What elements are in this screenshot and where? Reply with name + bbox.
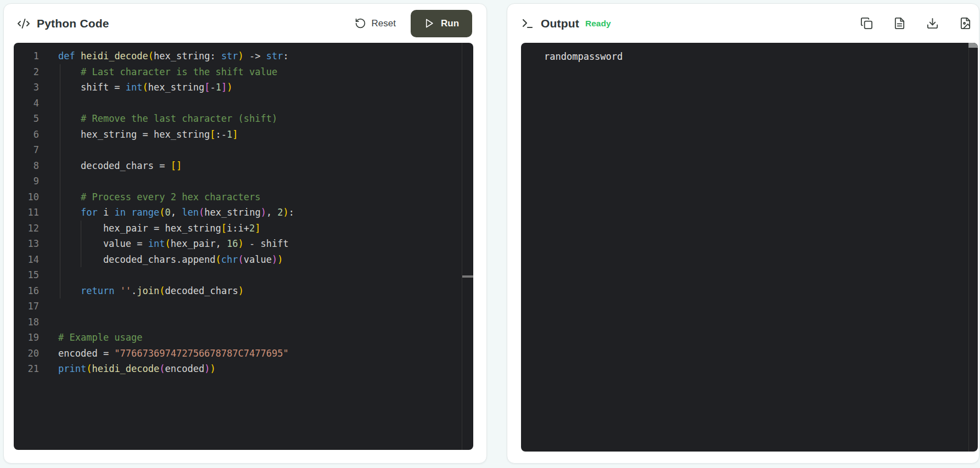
code-line[interactable]: 19# Example usage [14,330,473,346]
code-line[interactable]: 1def heidi_decode(hex_string: str) -> st… [14,48,473,64]
output-header: Output Ready [507,4,979,43]
code-editor[interactable]: 1def heidi_decode(hex_string: str) -> st… [14,43,473,450]
code-line[interactable]: 18 [14,314,473,330]
download-icon [926,17,939,30]
line-number: 15 [14,267,39,283]
save-image-button[interactable] [956,14,975,33]
download-button[interactable] [923,14,942,33]
run-button[interactable]: Run [411,10,472,37]
code-line[interactable]: 21print(heidi_decode(encoded)) [14,361,473,377]
line-number: 17 [14,298,39,314]
reset-label: Reset [372,18,396,29]
code-line[interactable]: 7 [14,142,473,158]
reset-button[interactable]: Reset [355,18,396,29]
file-image-icon [959,17,972,30]
copy-output-button[interactable] [857,14,876,33]
panel-title-output: Output [541,17,579,30]
copy-icon [860,17,873,30]
line-number: 10 [14,189,39,205]
python-code-panel: Python Code Reset Run 1def heidi_decode(… [3,3,487,464]
terminal-icon [521,17,534,30]
code-line[interactable]: 11 for i in range(0, len(hex_string), 2)… [14,205,473,221]
output-terminal[interactable]: randompassword [521,43,978,452]
code-line[interactable]: 3 shift = int(hex_string[-1]) [14,80,473,95]
file-text-icon [893,17,906,30]
line-number: 11 [14,205,39,221]
code-lines: 1def heidi_decode(hex_string: str) -> st… [14,43,473,377]
line-number: 7 [14,142,39,158]
status-badge: Ready [585,19,611,29]
line-number: 6 [14,127,39,143]
play-icon [424,18,434,29]
save-text-button[interactable] [890,14,909,33]
code-line[interactable]: 13 value = int(hex_pair, 16) - shift [14,236,473,252]
code-line[interactable]: 17 [14,298,473,314]
code-line[interactable]: 20encoded = "776673697472756678787C74776… [14,346,473,362]
line-number: 12 [14,221,39,236]
line-number: 16 [14,283,39,299]
code-line[interactable]: 14 decoded_chars.append(chr(value)) [14,252,473,268]
line-number: 8 [14,158,39,174]
code-line[interactable]: 12 hex_pair = hex_string[i:i+2] [14,221,473,236]
line-number: 5 [14,111,39,127]
code-line[interactable]: 6 hex_string = hex_string[:-1] [14,127,473,143]
code-line[interactable]: 16 return ''.join(decoded_chars) [14,283,473,299]
output-text: randompassword [544,51,623,62]
code-line[interactable]: 15 [14,267,473,283]
code-icon [17,17,30,30]
code-line[interactable]: 8 decoded_chars = [] [14,158,473,174]
reset-icon [355,18,366,29]
line-number: 21 [14,361,39,377]
code-line[interactable]: 4 [14,95,473,111]
code-line[interactable]: 5 # Remove the last character (shift) [14,111,473,127]
output-scrollbar-track[interactable] [968,43,978,452]
line-number: 14 [14,252,39,268]
line-number: 4 [14,95,39,111]
line-number: 18 [14,314,39,330]
line-number: 19 [14,330,39,346]
panel-title-python-code: Python Code [37,17,109,30]
code-line[interactable]: 9 [14,173,473,189]
line-number: 1 [14,48,39,64]
indent-guide [81,221,81,268]
output-panel: Output Ready [507,3,979,464]
run-label: Run [441,18,459,29]
editor-scrollbar[interactable] [462,43,473,450]
line-number: 9 [14,173,39,189]
line-number: 13 [14,236,39,252]
indent-guide [60,64,60,299]
line-number: 2 [14,64,39,80]
line-number: 3 [14,80,39,95]
code-line[interactable]: 10 # Process every 2 hex characters [14,189,473,205]
output-scrollbar-thumb[interactable] [968,43,978,48]
overview-ruler-marker [462,275,473,278]
python-code-header: Python Code Reset Run [4,4,486,43]
code-line[interactable]: 2 # Last character is the shift value [14,64,473,80]
line-number: 20 [14,346,39,362]
